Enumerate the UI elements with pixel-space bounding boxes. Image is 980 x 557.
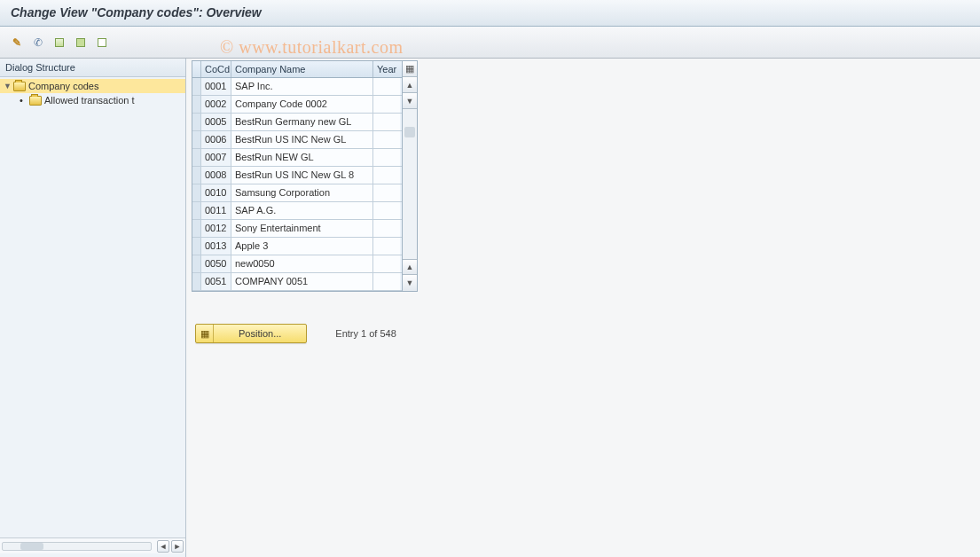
cell-year[interactable] [373, 114, 400, 130]
cell-company-name[interactable]: BestRun Germany new GL [231, 114, 373, 130]
table-configure-button[interactable]: ▦ [403, 61, 417, 77]
row-select-handle[interactable] [192, 202, 201, 219]
position-button[interactable]: ▦ Position... [195, 324, 307, 343]
cell-cocd[interactable]: 0050 [201, 255, 231, 272]
vscroll-page-down-button[interactable]: ▼ [403, 275, 417, 291]
vscroll-up-button[interactable]: ▲ [403, 77, 417, 93]
select-block-icon [76, 38, 85, 47]
cell-year[interactable] [373, 184, 400, 201]
cell-year[interactable] [373, 78, 400, 95]
select-all-icon [55, 38, 64, 47]
table-row[interactable]: 0001SAP Inc. [192, 78, 402, 96]
cell-company-name[interactable]: COMPANY 0051 [231, 273, 373, 290]
content-panel: CoCd Company Name Year 0001SAP Inc.0002C… [186, 59, 980, 557]
col-header-company-name[interactable]: Company Name [231, 61, 373, 77]
table-row[interactable]: 0013Apple 3 [192, 238, 402, 255]
cell-year[interactable] [373, 167, 400, 184]
table-row[interactable]: 0050new0050 [192, 255, 402, 273]
toolbar-select-all-button[interactable] [50, 33, 69, 52]
col-header-select[interactable] [192, 61, 201, 77]
table-body: 0001SAP Inc.0002Company Code 00020005Bes… [192, 78, 402, 291]
table-row[interactable]: 0051COMPANY 0051 [192, 273, 402, 291]
hscroll-track[interactable] [2, 542, 152, 551]
cell-company-name[interactable]: Apple 3 [231, 238, 373, 255]
company-codes-table-wrap: CoCd Company Name Year 0001SAP Inc.0002C… [192, 60, 418, 292]
folder-closed-icon [29, 96, 42, 106]
cell-company-name[interactable]: BestRun NEW GL [231, 149, 373, 166]
cell-cocd[interactable]: 0012 [201, 220, 231, 237]
row-select-handle[interactable] [192, 131, 201, 148]
cell-cocd[interactable]: 0010 [201, 184, 231, 201]
cell-year[interactable] [373, 96, 400, 113]
row-select-handle[interactable] [192, 114, 201, 130]
vscroll-page-up-button[interactable]: ▲ [403, 259, 417, 275]
page-title: Change View "Company codes": Overview [11, 5, 262, 20]
position-icon: ▦ [196, 325, 214, 342]
row-select-handle[interactable] [192, 167, 201, 184]
row-select-handle[interactable] [192, 220, 201, 237]
hscroll-right-button[interactable]: ► [171, 540, 184, 553]
cell-company-name[interactable]: BestRun US INC New GL 8 [231, 167, 373, 184]
main-area: Dialog Structure ▼ Company codes • Allow… [0, 59, 980, 557]
cell-cocd[interactable]: 0051 [201, 273, 231, 290]
cell-cocd[interactable]: 0002 [201, 96, 231, 113]
cell-cocd[interactable]: 0007 [201, 149, 231, 166]
cell-cocd[interactable]: 0005 [201, 114, 231, 130]
hscroll-thumb[interactable] [20, 543, 43, 550]
tree-node-allowed-transaction[interactable]: • Allowed transaction t [0, 93, 185, 107]
col-header-cocd[interactable]: CoCd [201, 61, 231, 77]
cell-year[interactable] [373, 131, 400, 148]
row-select-handle[interactable] [192, 96, 201, 113]
cell-cocd[interactable]: 0008 [201, 167, 231, 184]
toolbar-deselect-button[interactable] [92, 33, 112, 52]
glasses-icon: ✆ [34, 36, 43, 49]
row-select-handle[interactable] [192, 78, 201, 95]
table-row[interactable]: 0005BestRun Germany new GL [192, 114, 402, 131]
entry-status-text: Entry 1 of 548 [335, 328, 396, 339]
table-row[interactable]: 0002Company Code 0002 [192, 96, 402, 114]
cell-cocd[interactable]: 0006 [201, 131, 231, 148]
tree-node-company-codes[interactable]: ▼ Company codes [0, 79, 185, 93]
table-row[interactable]: 0007BestRun NEW GL [192, 149, 402, 167]
folder-open-icon [13, 82, 26, 91]
cell-year[interactable] [373, 149, 400, 166]
row-select-handle[interactable] [192, 238, 201, 255]
row-select-handle[interactable] [192, 273, 201, 290]
vscroll-down-step-button[interactable]: ▼ [403, 93, 417, 109]
cell-cocd[interactable]: 0013 [201, 238, 231, 255]
cell-company-name[interactable]: BestRun US INC New GL [231, 131, 373, 148]
table-row[interactable]: 0006BestRun US INC New GL [192, 131, 402, 149]
vscroll-thumb[interactable] [404, 127, 415, 137]
cell-company-name[interactable]: new0050 [231, 255, 373, 272]
cell-year[interactable] [373, 255, 400, 272]
vscroll-track[interactable] [403, 109, 417, 259]
cell-year[interactable] [373, 202, 400, 219]
cell-cocd[interactable]: 0001 [201, 78, 231, 95]
cell-cocd[interactable]: 0011 [201, 202, 231, 219]
toolbar-select-block-button[interactable] [71, 33, 90, 52]
toolbar-change-button[interactable]: ✎ [7, 33, 27, 52]
cell-company-name[interactable]: Company Code 0002 [231, 96, 373, 113]
cell-company-name[interactable]: SAP A.G. [231, 202, 373, 219]
hscroll-left-button[interactable]: ◄ [157, 540, 169, 553]
table-row[interactable]: 0010Samsung Corporation [192, 184, 402, 202]
table-row[interactable]: 0008BestRun US INC New GL 8 [192, 167, 402, 184]
row-select-handle[interactable] [192, 255, 201, 272]
cell-company-name[interactable]: Samsung Corporation [231, 184, 373, 201]
pencil-icon: ✎ [12, 36, 21, 49]
cell-year[interactable] [373, 220, 400, 237]
col-header-year[interactable]: Year [373, 61, 400, 77]
dialog-structure-header: Dialog Structure [0, 59, 185, 77]
cell-company-name[interactable]: SAP Inc. [231, 78, 373, 95]
row-select-handle[interactable] [192, 149, 201, 166]
expand-icon[interactable]: ▼ [4, 82, 11, 90]
table-row[interactable]: 0011SAP A.G. [192, 202, 402, 220]
cell-year[interactable] [373, 238, 400, 255]
cell-company-name[interactable]: Sony Entertainment [231, 220, 373, 237]
tree-horizontal-scrollbar: ◄ ► [0, 537, 185, 553]
table-row[interactable]: 0012Sony Entertainment [192, 220, 402, 238]
row-select-handle[interactable] [192, 184, 201, 201]
tree-node-label: Company codes [28, 81, 99, 91]
cell-year[interactable] [373, 273, 400, 290]
toolbar-other-button[interactable]: ✆ [28, 33, 48, 52]
